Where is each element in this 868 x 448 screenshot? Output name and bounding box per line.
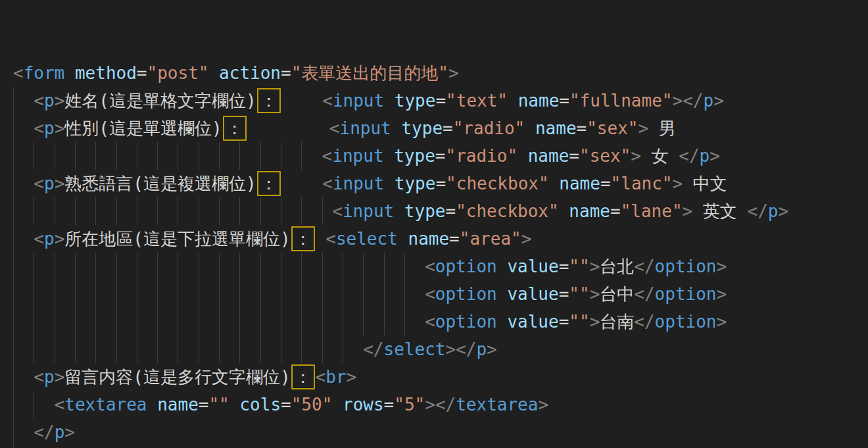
tag-name: input	[332, 146, 383, 166]
punctuation: <	[34, 367, 44, 387]
code-line[interactable]: <input type="checkbox" name="lane"> 英文 <…	[13, 197, 868, 225]
plain-text: 女	[641, 146, 679, 166]
punctuation: >	[713, 91, 724, 111]
equals-sign: =	[445, 201, 456, 221]
plain-text	[394, 201, 404, 221]
plain-text	[391, 118, 402, 138]
plain-text: 英文	[692, 201, 747, 221]
plain-text	[525, 118, 535, 138]
tag-name: select	[384, 339, 446, 359]
punctuation: >	[590, 257, 600, 276]
plain-text	[64, 63, 75, 83]
tag-name: option	[655, 284, 717, 304]
plain-text: 台北	[600, 257, 634, 276]
code-line[interactable]: <p>所在地區(這是下拉選單欄位)： <select name="area">	[13, 225, 868, 253]
indent-whitespace	[13, 118, 34, 138]
string-value: "5"	[394, 395, 425, 414]
tag-name: textarea	[456, 395, 538, 414]
plain-text	[332, 395, 343, 414]
punctuation: <	[425, 312, 435, 332]
plain-text: 所在地區(這是下拉選單欄位)	[64, 229, 290, 249]
string-value: "sex"	[579, 146, 631, 166]
attribute-name: value	[507, 257, 558, 276]
punctuation: >	[683, 201, 693, 221]
equals-sign: =	[384, 395, 395, 414]
code-line[interactable]: <option value="">台南</option>	[13, 308, 868, 336]
plain-text	[247, 118, 329, 138]
punctuation: >	[710, 146, 720, 166]
code-line[interactable]: <p>熟悉語言(這是複選欄位)： <input type="checkbox" …	[13, 170, 868, 197]
attribute-name: type	[395, 91, 436, 111]
code-line[interactable]: </select></p>	[13, 336, 868, 363]
plain-text	[518, 146, 528, 166]
punctuation: <	[316, 367, 326, 387]
equals-sign: =	[281, 63, 291, 83]
plain-text	[384, 174, 395, 193]
tag-name: option	[435, 284, 497, 304]
plain-text	[497, 312, 508, 332]
tag-name: input	[339, 118, 391, 138]
string-value: ""	[569, 284, 589, 304]
punctuation: <	[34, 118, 44, 138]
punctuation: </	[435, 395, 456, 414]
plain-text	[384, 91, 395, 111]
string-value: ""	[208, 395, 229, 414]
code-line[interactable]: <input type="radio" name="sex"> 女 </p>	[13, 142, 868, 170]
tag-name: option	[435, 257, 497, 276]
punctuation: >	[55, 91, 65, 111]
attribute-name: name	[569, 201, 610, 221]
code-line[interactable]: <option value="">台中</option>	[13, 280, 868, 308]
code-line[interactable]: <option value="">台北</option>	[13, 253, 868, 280]
indent-whitespace	[13, 312, 425, 332]
unicode-highlighted-colon: ：	[257, 88, 281, 113]
indent-whitespace	[13, 395, 55, 414]
punctuation: </	[683, 91, 703, 111]
tag-name: p	[44, 118, 55, 138]
attribute-name: method	[75, 63, 137, 83]
plain-text	[208, 63, 219, 83]
code-editor[interactable]: <form method="post" action="表單送出的目的地"> <…	[0, 0, 868, 448]
punctuation: >	[55, 229, 65, 249]
tag-name: p	[55, 422, 65, 442]
attribute-name: name	[408, 229, 449, 249]
code-line[interactable]: <p>留言内容(這是多行文字欄位)：<br>	[13, 363, 868, 391]
indent-whitespace	[13, 339, 363, 359]
plain-text	[281, 91, 323, 111]
tag-name: p	[703, 91, 713, 111]
indent-whitespace	[13, 422, 34, 442]
punctuation: <	[34, 91, 44, 111]
equals-sign: =	[559, 284, 569, 304]
punctuation: <	[34, 229, 44, 249]
plain-text: 性別(這是單選欄位)	[64, 118, 222, 138]
unicode-highlighted-colon: ：	[257, 171, 281, 196]
code-line[interactable]: <textarea name="" cols="50" rows="5"></t…	[13, 391, 868, 418]
attribute-name: type	[395, 174, 436, 193]
string-value: "lanc"	[611, 174, 673, 193]
tag-name: textarea	[64, 395, 147, 414]
string-value: "表單送出的目的地"	[291, 63, 448, 83]
equals-sign: =	[559, 312, 569, 332]
plain-text: 熟悉語言(這是複選欄位)	[64, 174, 256, 193]
punctuation: <	[322, 146, 333, 166]
plain-text: 台中	[600, 284, 634, 304]
punctuation: <	[55, 395, 65, 414]
code-line[interactable]: <p>姓名(這是單格文字欄位)： <input type="text" name…	[13, 87, 868, 114]
punctuation: >	[55, 174, 65, 193]
punctuation: <	[332, 201, 343, 221]
string-value: "post"	[147, 63, 209, 83]
tag-name: input	[343, 201, 394, 221]
code-line[interactable]: </p>	[13, 418, 868, 446]
equals-sign: =	[281, 395, 291, 414]
tag-name: p	[700, 146, 710, 166]
attribute-name: name	[528, 146, 569, 166]
plain-text	[497, 284, 508, 304]
code-line[interactable]: <p>性別(這是單選欄位)： <input type="radio" name=…	[13, 114, 868, 142]
punctuation: >	[673, 91, 683, 111]
punctuation: >	[538, 395, 548, 414]
attribute-name: cols	[239, 395, 281, 414]
punctuation: </	[363, 339, 383, 359]
equals-sign: =	[600, 174, 611, 193]
punctuation: >	[445, 339, 456, 359]
code-line[interactable]: <form method="post" action="表單送出的目的地">	[13, 59, 868, 87]
string-value: ""	[569, 312, 589, 332]
